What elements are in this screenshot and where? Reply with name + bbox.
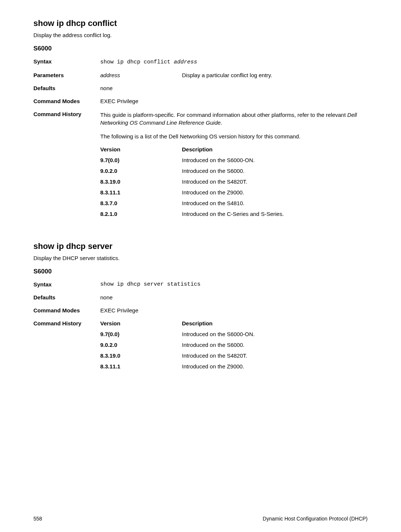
value-defaults: none [100, 85, 368, 98]
label-defaults: Defaults [33, 294, 100, 307]
version-desc: Introduced on the S4820T. [182, 352, 368, 363]
version-num: 8.3.19.0 [100, 352, 182, 363]
history-text-a: This guide is platform-specific. For com… [100, 112, 347, 118]
row-modes: Command Modes EXEC Privilege [33, 307, 368, 320]
version-desc: Introduced on the C-Series and S-Series. [182, 211, 368, 221]
syntax-prefix: show ip dhcp conflict [100, 59, 174, 65]
version-row: 8.3.7.0 Introduced on the S4810. [100, 200, 368, 211]
version-row: 9.0.2.0 Introduced on the S6000. [100, 168, 368, 178]
version-num: 8.3.19.0 [100, 178, 182, 189]
version-row: 9.0.2.0 Introduced on the S6000. [100, 342, 368, 352]
section-show-ip-dhcp-conflict: show ip dhcp conflict Display the addres… [33, 19, 368, 228]
value-syntax: show ip dhcp conflict address [100, 58, 368, 72]
section-show-ip-dhcp-server: show ip dhcp server Display the DHCP ser… [33, 242, 368, 381]
definition-table: Syntax show ip dhcp server statistics De… [33, 281, 368, 381]
row-defaults: Defaults none [33, 85, 368, 98]
row-history: Command History This guide is platform-s… [33, 111, 368, 228]
value-parameters: address Display a particular conflict lo… [100, 72, 368, 85]
section-gap [33, 228, 368, 242]
footer: 558 Dynamic Host Configuration Protocol … [33, 516, 368, 522]
section-title: show ip dhcp conflict [33, 19, 368, 28]
value-history: This guide is platform-specific. For com… [100, 111, 368, 228]
page-number: 558 [33, 516, 42, 522]
version-desc: Introduced on the S4810. [182, 200, 368, 211]
history-para-1: This guide is platform-specific. For com… [100, 111, 368, 127]
version-num: 9.7(0.0) [100, 331, 182, 342]
section-subtitle: Display the address conflict log. [33, 32, 368, 38]
label-syntax: Syntax [33, 58, 100, 72]
label-parameters: Parameters [33, 72, 100, 85]
syntax-arg: address [174, 59, 197, 65]
footer-title: Dynamic Host Configuration Protocol (DHC… [263, 516, 368, 522]
version-header-row: Version Description [100, 146, 368, 157]
version-desc: Introduced on the S6000-ON. [182, 157, 368, 168]
history-text-c: . [221, 119, 222, 126]
definition-table: Syntax show ip dhcp conflict address Par… [33, 58, 368, 228]
version-row: 9.7(0.0) Introduced on the S6000-ON. [100, 157, 368, 168]
param-key: address [100, 72, 182, 78]
version-table: Version Description 9.7(0.0) Introduced … [100, 320, 368, 374]
history-para-2: The following is a list of the Dell Netw… [100, 132, 368, 140]
version-desc: Introduced on the S4820T. [182, 178, 368, 189]
label-syntax: Syntax [33, 281, 100, 294]
version-row: 8.3.19.0 Introduced on the S4820T. [100, 178, 368, 189]
label-modes: Command Modes [33, 307, 100, 320]
version-desc: Introduced on the Z9000. [182, 189, 368, 200]
version-row: 8.2.1.0 Introduced on the C-Series and S… [100, 211, 368, 221]
version-row: 9.7(0.0) Introduced on the S6000-ON. [100, 331, 368, 342]
section-title: show ip dhcp server [33, 242, 368, 251]
row-syntax: Syntax show ip dhcp server statistics [33, 281, 368, 294]
model-label: S6000 [33, 268, 368, 275]
label-defaults: Defaults [33, 85, 100, 98]
version-desc: Introduced on the S6000-ON. [182, 331, 368, 342]
label-history: Command History [33, 320, 100, 381]
param-row: address Display a particular conflict lo… [100, 72, 368, 78]
version-num: 9.7(0.0) [100, 157, 182, 168]
version-num: 8.3.11.1 [100, 363, 182, 374]
version-header-row: Version Description [100, 320, 368, 331]
value-history: Version Description 9.7(0.0) Introduced … [100, 320, 368, 381]
version-num: 9.0.2.0 [100, 342, 182, 352]
version-num: 9.0.2.0 [100, 168, 182, 178]
param-desc: Display a particular conflict log entry. [182, 72, 368, 78]
value-modes: EXEC Privilege [100, 98, 368, 111]
row-syntax: Syntax show ip dhcp conflict address [33, 58, 368, 72]
model-label: S6000 [33, 45, 368, 52]
version-row: 8.3.19.0 Introduced on the S4820T. [100, 352, 368, 363]
version-num: 8.3.11.1 [100, 189, 182, 200]
version-header-left: Version [100, 320, 182, 331]
version-desc: Introduced on the Z9000. [182, 363, 368, 374]
version-num: 8.2.1.0 [100, 211, 182, 221]
version-desc: Introduced on the S6000. [182, 342, 368, 352]
version-header-right: Description [182, 146, 368, 157]
row-parameters: Parameters address Display a particular … [33, 72, 368, 85]
row-defaults: Defaults none [33, 294, 368, 307]
version-desc: Introduced on the S6000. [182, 168, 368, 178]
version-header-left: Version [100, 146, 182, 157]
version-row: 8.3.11.1 Introduced on the Z9000. [100, 189, 368, 200]
version-row: 8.3.11.1 Introduced on the Z9000. [100, 363, 368, 374]
section-subtitle: Display the DHCP server statistics. [33, 255, 368, 261]
value-defaults: none [100, 294, 368, 307]
label-modes: Command Modes [33, 98, 100, 111]
version-num: 8.3.7.0 [100, 200, 182, 211]
value-modes: EXEC Privilege [100, 307, 368, 320]
version-header-right: Description [182, 320, 368, 331]
row-modes: Command Modes EXEC Privilege [33, 98, 368, 111]
label-history: Command History [33, 111, 100, 228]
value-syntax: show ip dhcp server statistics [100, 281, 368, 294]
row-history: Command History Version Description 9.7(… [33, 320, 368, 381]
version-table: Version Description 9.7(0.0) Introduced … [100, 146, 368, 221]
